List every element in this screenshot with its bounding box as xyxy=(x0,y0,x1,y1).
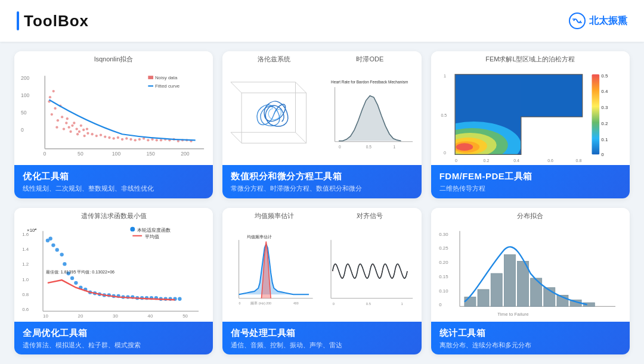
svg-text:最佳值: 1.81395 平均值: 0.13022×06: 最佳值: 1.81395 平均值: 0.13022×06 xyxy=(46,270,114,275)
logo-text: 北太振熏 xyxy=(589,15,627,27)
svg-point-17 xyxy=(65,122,67,124)
svg-point-127 xyxy=(55,248,59,251)
svg-rect-178 xyxy=(491,273,502,306)
svg-point-15 xyxy=(57,119,59,122)
svg-point-50 xyxy=(55,126,58,129)
svg-text:0.5: 0.5 xyxy=(441,113,447,118)
svg-text:0.8: 0.8 xyxy=(575,158,581,163)
card-footer-stats: 统计工具箱 离散分布、连续分布和多元分布 xyxy=(431,322,630,354)
card-stats[interactable]: 分布拟合 0.30 0.25 0.20 0.15 0.10 0 xyxy=(431,208,630,355)
scatter-plot: 200 100 50 0 0 50 100 150 200 xyxy=(19,65,208,164)
svg-text:0.6: 0.6 xyxy=(22,307,29,312)
main-grid: lsqnonlin拟合 200 100 50 0 0 50 100 150 20… xyxy=(0,42,644,364)
header-title: ToolBox xyxy=(24,12,89,30)
svg-point-132 xyxy=(74,281,78,284)
svg-point-125 xyxy=(49,237,52,240)
footer-title-genetic: 全局优化工具箱 xyxy=(23,328,205,339)
svg-point-20 xyxy=(75,127,78,130)
svg-point-49 xyxy=(52,90,55,92)
svg-text:1: 1 xyxy=(444,74,446,79)
svg-text:10: 10 xyxy=(43,313,48,319)
svg-rect-176 xyxy=(465,297,476,306)
svg-point-24 xyxy=(91,133,93,135)
header: ToolBox 北太振熏 xyxy=(0,0,644,42)
svg-text:0.2: 0.2 xyxy=(483,158,489,163)
svg-text:0: 0 xyxy=(239,301,241,305)
chart-fem-pde: FEM求解L型区域上的泊松方程 0.5 0.4 0.3 xyxy=(431,51,630,165)
svg-text:200: 200 xyxy=(21,75,30,81)
svg-text:0.4: 0.4 xyxy=(513,158,519,163)
svg-line-70 xyxy=(296,132,306,143)
sub-ode: 时滞ODE Heart Rate for Bardon Feedback Mec… xyxy=(323,55,417,164)
svg-text:0.2: 0.2 xyxy=(601,121,608,126)
svg-text:0.5: 0.5 xyxy=(366,302,371,306)
lorenz-svg xyxy=(227,65,321,164)
svg-rect-81 xyxy=(592,74,599,154)
svg-text:1.0: 1.0 xyxy=(22,276,29,282)
svg-text:0.15: 0.15 xyxy=(439,273,448,279)
svg-text:1: 1 xyxy=(401,302,403,306)
chart-label-fem: FEM求解L型区域上的泊松方程 xyxy=(485,55,575,64)
svg-point-58 xyxy=(83,135,85,137)
chart-label-stats: 分布拟合 xyxy=(517,211,543,220)
svg-text:0.4: 0.4 xyxy=(601,89,608,94)
card-signal[interactable]: 均值频率估计 均值频率估计 频率 (Hz) 0 200 xyxy=(222,208,421,355)
svg-point-30 xyxy=(117,136,119,139)
svg-point-52 xyxy=(63,127,65,130)
svg-text:0: 0 xyxy=(339,145,341,150)
svg-text:0: 0 xyxy=(455,158,457,163)
fem-svg: 0.5 0.4 0.3 0.2 0.1 0 xyxy=(436,65,625,164)
svg-text:100: 100 xyxy=(112,151,121,157)
svg-point-53 xyxy=(66,117,69,120)
footer-title-fem: FDM/FEM-PDE工具箱 xyxy=(439,171,621,182)
svg-point-13 xyxy=(51,113,53,116)
svg-text:Heart Rate for Bardon Feedback: Heart Rate for Bardon Feedback Mechanism xyxy=(331,80,408,84)
svg-text:400: 400 xyxy=(293,301,299,305)
footer-desc-stats: 离散分布、连续分布和多元分布 xyxy=(439,341,621,350)
svg-point-19 xyxy=(71,125,73,127)
card-footer-lorenz: 数值积分和微分方程工具箱 常微分方程、时滞微分方程、数值积分和微分 xyxy=(222,165,421,198)
card-footer-lsqnonlin: 优化工具箱 线性规划、二次规划、整数规划、非线性优化 xyxy=(14,165,213,198)
card-lorenz-ode[interactable]: 洛伦兹系统 xyxy=(222,51,421,198)
svg-text:30: 30 xyxy=(113,313,118,319)
svg-point-154 xyxy=(178,297,181,300)
svg-text:50: 50 xyxy=(21,110,27,116)
chart-label-ode: 时滞ODE xyxy=(356,55,383,64)
svg-text:200: 200 xyxy=(181,151,190,157)
card-genetic[interactable]: 遗传算法求函数最小值 ×10⁴ 本轮适应度函数 平均值 1.6 1.4 1.2 … xyxy=(14,208,213,355)
svg-text:Noisy data: Noisy data xyxy=(155,75,178,80)
svg-text:0.5: 0.5 xyxy=(601,73,608,79)
svg-rect-177 xyxy=(478,289,489,306)
svg-text:0.10: 0.10 xyxy=(439,288,448,293)
card-fem-pde[interactable]: FEM求解L型区域上的泊松方程 0.5 0.4 0.3 xyxy=(431,51,630,198)
svg-point-107 xyxy=(130,226,135,231)
svg-point-18 xyxy=(67,126,70,129)
svg-rect-96 xyxy=(521,74,583,117)
svg-text:均值频率估计: 均值频率估计 xyxy=(246,235,272,239)
chart-label-freq: 均值频率估计 xyxy=(255,211,294,220)
footer-title-signal: 信号处理工具箱 xyxy=(231,328,413,339)
svg-point-28 xyxy=(108,136,110,139)
chart-signal: 均值频率估计 均值频率估计 频率 (Hz) 0 200 xyxy=(222,208,421,322)
chart-stats: 分布拟合 0.30 0.25 0.20 0.15 0.10 0 xyxy=(431,208,630,322)
svg-text:20: 20 xyxy=(78,313,83,319)
svg-rect-60 xyxy=(148,76,153,79)
footer-title-stats: 统计工具箱 xyxy=(439,328,621,339)
svg-point-27 xyxy=(104,135,106,138)
svg-text:0: 0 xyxy=(333,302,335,306)
svg-point-59 xyxy=(86,127,88,130)
svg-point-55 xyxy=(73,122,75,124)
svg-rect-179 xyxy=(504,254,515,306)
card-lsqnonlin[interactable]: lsqnonlin拟合 200 100 50 0 0 50 100 150 20… xyxy=(14,51,213,198)
svg-text:1: 1 xyxy=(394,145,396,150)
card-footer-signal: 信号处理工具箱 通信、音频、控制、振动、声学、雷达 xyxy=(222,322,421,354)
svg-text:平均值: 平均值 xyxy=(145,234,159,239)
svg-point-29 xyxy=(113,137,115,139)
svg-line-72 xyxy=(231,82,242,93)
svg-text:150: 150 xyxy=(146,151,155,157)
chart-label-align: 对齐信号 xyxy=(357,211,383,220)
footer-desc-lorenz: 常微分方程、时滞微分方程、数值积分和微分 xyxy=(231,184,413,193)
logo-icon xyxy=(569,13,586,29)
stats-svg: 0.30 0.25 0.20 0.15 0.10 0 xyxy=(436,222,625,321)
svg-text:频率 (Hz): 频率 (Hz) xyxy=(250,301,265,305)
